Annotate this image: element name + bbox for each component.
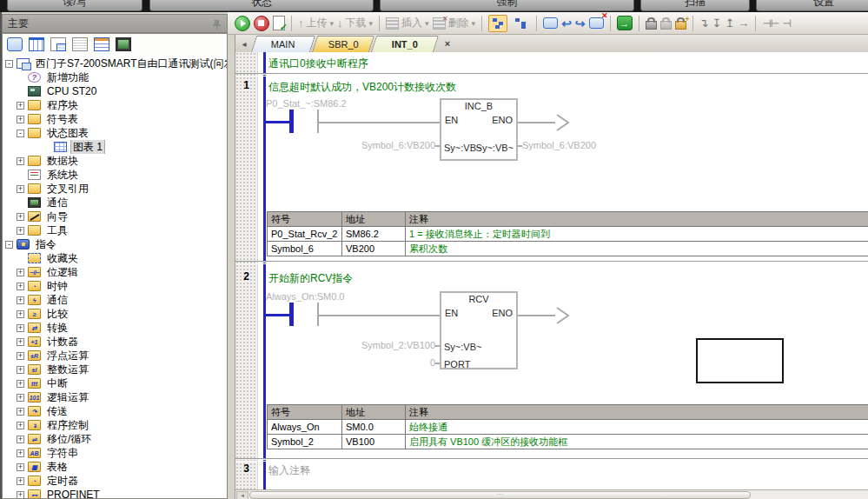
program-status-icon[interactable]: → — [617, 16, 633, 30]
ribbon-button-scan[interactable]: 扫描 — [640, 0, 750, 11]
empty-box-button[interactable] — [543, 17, 558, 29]
tree-expander-icon[interactable]: + — [17, 491, 24, 499]
tree-item-label[interactable]: 通信 — [45, 293, 70, 307]
input-operand-label[interactable]: Symbol_6:VB200 — [322, 140, 435, 150]
chevron-down-icon[interactable]: ▾ — [369, 19, 374, 28]
tree-item[interactable]: + ↷ 传送 — [3, 404, 227, 418]
system-block-icon[interactable] — [94, 37, 109, 51]
tree-item-label[interactable]: 数据块 — [45, 154, 80, 168]
network3-comment-placeholder[interactable]: 输入注释 — [268, 463, 310, 478]
tree-item-label[interactable]: 通信 — [45, 196, 70, 210]
contact-icon[interactable]: ⊣⊢ — [762, 17, 779, 30]
tree-item[interactable]: 收藏夹 — [3, 251, 227, 265]
data-block-icon[interactable] — [72, 37, 88, 51]
ribbon-button-status[interactable]: 状态 — [149, 0, 374, 11]
tree-item[interactable]: - 西门子S7-200SMART自由口通讯测试(问发 — [3, 57, 227, 70]
program-block-icon[interactable] — [7, 37, 23, 51]
tree-item-label[interactable]: 移位/循环 — [45, 432, 93, 446]
tree-item-label[interactable]: 传送 — [45, 404, 70, 418]
chevron-down-icon[interactable]: ▾ — [425, 19, 429, 28]
tree-item-label[interactable]: 程序块 — [45, 98, 80, 112]
tree-expander-icon[interactable]: + — [17, 213, 24, 221]
undo-icon[interactable]: ↩ — [561, 17, 572, 30]
tree-item[interactable]: + ↴ 程序控制 — [3, 418, 227, 432]
lock-add-icon[interactable] — [675, 21, 686, 30]
stop-button[interactable] — [254, 16, 269, 31]
tree-item-label[interactable]: 向导 — [45, 210, 70, 223]
contact-negated-icon[interactable]: ⊣ — [782, 17, 790, 30]
tree-item[interactable]: 图表 1 — [3, 140, 227, 154]
tree-expander-icon[interactable]: + — [17, 185, 24, 193]
tree-item-label[interactable]: 计数器 — [45, 335, 80, 349]
tab-sbr0[interactable]: SBR_0 — [312, 36, 374, 52]
tree-item-label[interactable]: 转换 — [45, 321, 70, 335]
tab-int0[interactable]: INT_0 — [371, 36, 439, 52]
tree-expander-icon[interactable]: + — [17, 422, 24, 429]
ribbon-button-read-write[interactable]: 读/写 — [7, 0, 142, 11]
tree-item[interactable]: + ⇌ 移位/循环 — [3, 432, 227, 446]
ribbon-button-force[interactable]: 强制 — [380, 0, 634, 11]
tree-expander-icon[interactable]: + — [17, 324, 24, 332]
insert-button[interactable]: 插入 ▾ — [386, 16, 429, 30]
tree-item[interactable]: CPU ST20 — [3, 84, 227, 98]
tree-item-label[interactable]: 工具 — [45, 223, 70, 237]
scroll-left-icon[interactable]: ◂ — [236, 491, 248, 499]
scrollbar-thumb[interactable]: ··· — [249, 491, 751, 499]
tree-item[interactable]: + ≥ 比较 — [3, 307, 227, 321]
tree-item-label[interactable]: 逻辑运算 — [45, 390, 90, 404]
tree-item-label[interactable]: 系统块 — [45, 168, 80, 182]
upload-button[interactable]: ↑ 上传 ▾ — [298, 16, 334, 30]
tree-item-label[interactable]: 位逻辑 — [45, 265, 80, 279]
communication-icon[interactable] — [116, 37, 131, 51]
block-output-param[interactable]: Sy~:VB~ — [476, 143, 514, 153]
tree-item[interactable]: + 数据块 — [3, 154, 227, 168]
tree-item[interactable]: + ▦ 表格 — [3, 460, 227, 474]
network2-comment[interactable]: 开始新的RCV指令 — [268, 271, 353, 286]
tree-item-label[interactable]: 定时器 — [45, 474, 80, 488]
line-right-icon[interactable]: → — [738, 17, 749, 30]
redo-icon[interactable]: ↪ — [575, 17, 586, 30]
tree-item[interactable]: + ±R 浮点运算 — [3, 349, 227, 363]
tree-item-label[interactable]: 时钟 — [45, 279, 70, 293]
network1-comment[interactable]: 信息超时默认成功，VB200计数接收次数 — [268, 80, 456, 95]
tree-expander-icon[interactable]: + — [17, 380, 24, 388]
tree-item-label[interactable]: 西门子S7-200SMART自由口通讯测试(问发 — [34, 57, 227, 70]
tree-expander-icon[interactable]: - — [5, 60, 13, 68]
tab-scroll-left-icon[interactable]: ◂ — [238, 37, 250, 51]
tree-item[interactable]: + ⊷ PROFINET — [3, 488, 227, 498]
tree-expander-icon[interactable]: + — [17, 394, 24, 402]
tree-expander-icon[interactable]: + — [17, 477, 24, 485]
tree-item-label[interactable]: 指令 — [34, 237, 58, 251]
tree-expander-icon[interactable]: + — [17, 283, 24, 290]
tab-main[interactable]: MAIN — [251, 36, 315, 52]
line-down-icon[interactable]: ↧ — [712, 17, 722, 30]
tree-expander-icon[interactable]: + — [17, 366, 24, 374]
tree-item[interactable]: 系统块 — [3, 168, 227, 182]
run-button[interactable] — [235, 16, 250, 31]
tree-item[interactable]: ? 新增功能 — [3, 70, 227, 84]
tree-item[interactable]: + ⊣⊢ 位逻辑 — [3, 265, 227, 279]
status-chart-icon[interactable] — [50, 37, 66, 51]
tree-item-label[interactable]: 中断 — [45, 376, 70, 390]
chevron-down-icon[interactable]: ▾ — [330, 19, 335, 28]
tree-item[interactable]: + 101 逻辑运算 — [3, 390, 227, 404]
tree-item-label[interactable]: 浮点运算 — [45, 349, 90, 363]
tree-item[interactable]: + 符号表 — [3, 112, 227, 126]
tree-item-label[interactable]: 程序控制 — [45, 418, 90, 432]
block-input-param-table[interactable]: Sy~:VB~ — [444, 342, 481, 352]
tree-item[interactable]: + 交叉引用 — [3, 182, 227, 196]
tree-item-label[interactable]: 交叉引用 — [45, 182, 90, 196]
lock-icon[interactable] — [646, 21, 657, 30]
tree-expander-icon[interactable]: - — [17, 130, 24, 137]
unlock-icon[interactable] — [660, 21, 672, 30]
symbol-table-icon[interactable] — [29, 37, 44, 51]
tree-item[interactable]: + 向导 — [3, 210, 227, 223]
horizontal-scrollbar[interactable]: ◂ ··· — [235, 489, 868, 499]
tree-item-label[interactable]: 图表 1 — [71, 140, 104, 154]
tree-item[interactable]: + +1 计数器 — [3, 335, 227, 349]
contact-left-leg-cursor[interactable] — [289, 110, 294, 133]
input-operand-label[interactable]: 0 — [322, 357, 435, 368]
tree-expander-icon[interactable]: + — [17, 352, 24, 360]
tree-item[interactable]: + ttt 中断 — [3, 376, 227, 390]
tree-item[interactable]: + ⇄ 转换 — [3, 321, 227, 335]
